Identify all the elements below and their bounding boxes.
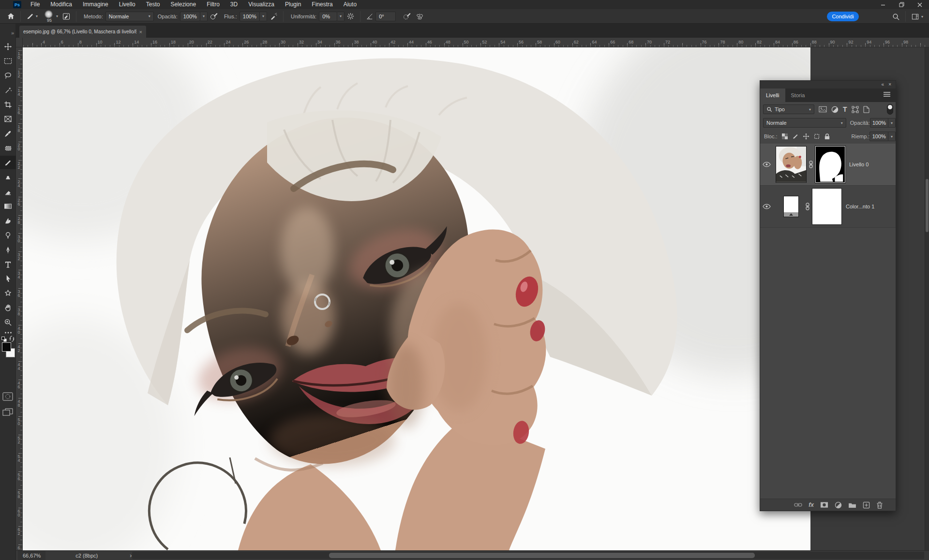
menu-item-filtro[interactable]: Filtro (201, 0, 225, 9)
layer-visibility-toggle[interactable] (760, 204, 773, 209)
tool-smudge[interactable] (0, 214, 16, 227)
flow-chevron[interactable]: ▾ (260, 12, 267, 21)
tool-path-selection[interactable] (0, 272, 16, 285)
layer-thumbnail[interactable] (776, 146, 807, 183)
tool-rectangular-marquee[interactable] (0, 54, 16, 68)
tool-dodge[interactable] (0, 228, 16, 242)
lock-image-icon[interactable] (792, 133, 799, 140)
layer-filter-toggle[interactable] (887, 104, 893, 115)
layer-mask-thumbnail[interactable] (812, 188, 842, 225)
search-icon[interactable] (890, 10, 902, 23)
adjustment-layer-icon[interactable] (835, 501, 842, 509)
menu-item-plugin[interactable]: Plugin (280, 0, 306, 9)
restore-button[interactable] (892, 0, 911, 9)
filter-adjustment-layers-icon[interactable] (831, 106, 839, 113)
panel-menu-icon[interactable] (883, 91, 891, 97)
tool-brush[interactable] (0, 156, 16, 169)
opacity-chevron[interactable]: ▾ (200, 12, 208, 21)
brush-tool-preset-icon[interactable]: ▾ (24, 10, 40, 23)
horizontal-scrollbar[interactable] (132, 552, 924, 559)
menu-item-selezione[interactable]: Selezione (165, 0, 201, 9)
close-window-button[interactable] (911, 0, 929, 9)
layer-name[interactable]: Color...nto 1 (846, 204, 874, 209)
menu-item-modifica[interactable]: Modifica (45, 0, 77, 9)
opacity-value[interactable]: 100% (180, 12, 200, 21)
menu-item-file[interactable]: File (25, 0, 45, 9)
horizontal-ruler[interactable]: 4681012141618202224262830323436384042444… (23, 38, 929, 47)
vertical-ruler[interactable]: 1012141618202224262830323436384042444648… (16, 47, 23, 550)
pressure-opacity-icon[interactable] (208, 10, 220, 23)
blend-mode-dropdown[interactable]: Normale ▾ (105, 12, 154, 21)
home-icon[interactable] (5, 10, 17, 23)
tab-storia[interactable]: Storia (785, 88, 811, 102)
pressure-size-icon[interactable] (401, 10, 413, 23)
menu-item-visualizza[interactable]: Visualizza (243, 0, 280, 9)
tool-crop[interactable] (0, 98, 16, 111)
menu-item-testo[interactable]: Testo (141, 0, 165, 9)
layer-name[interactable]: Livello 0 (849, 162, 869, 167)
lock-transparency-icon[interactable] (781, 133, 788, 140)
add-layer-mask-icon[interactable] (820, 501, 828, 508)
menu-item-3d[interactable]: 3D (225, 0, 243, 9)
tool-frame[interactable] (0, 112, 16, 126)
collapse-panel-icon[interactable]: « (882, 81, 884, 88)
tool-custom-shape[interactable] (0, 286, 16, 300)
foreground-color-swatch[interactable] (2, 342, 11, 352)
brush-settings-panel-icon[interactable] (60, 10, 73, 23)
new-layer-icon[interactable] (863, 501, 870, 509)
swap-colors-icon[interactable] (9, 336, 15, 342)
minimize-button[interactable] (874, 0, 892, 9)
layer-opacity-chevron[interactable]: ▾ (888, 118, 896, 128)
tool-object-selection[interactable] (0, 83, 16, 97)
menu-item-aiuto[interactable]: Aiuto (338, 0, 362, 9)
lock-artboard-icon[interactable] (813, 133, 820, 140)
layer-blend-mode-dropdown[interactable]: Normale ▾ (763, 118, 846, 128)
mask-link-icon[interactable] (807, 161, 815, 168)
filter-pixel-layers-icon[interactable] (819, 106, 827, 113)
share-button[interactable]: Condividi (827, 12, 859, 21)
layer-fill-chevron[interactable]: ▾ (888, 132, 896, 141)
lock-position-icon[interactable] (803, 133, 809, 140)
screen-mode-icon[interactable] (2, 408, 13, 417)
tool-zoom[interactable] (0, 315, 16, 329)
workspace-switcher-icon[interactable]: ▾ (909, 10, 925, 23)
filter-type-layers-icon[interactable]: T (843, 105, 847, 113)
document-tab[interactable]: esempio.jpg @ 66,7% (Livello 0, Maschera… (19, 26, 146, 38)
smoothing-value[interactable]: 0% (319, 12, 337, 21)
gear-icon[interactable] (345, 10, 357, 23)
airbrush-icon[interactable] (267, 10, 280, 23)
new-group-icon[interactable] (848, 502, 856, 508)
layer-mask-thumbnail[interactable] (815, 146, 845, 183)
tool-spot-healing-brush[interactable] (0, 141, 16, 155)
layer-row-color-fill[interactable]: Color...nto 1 (760, 186, 896, 228)
horizontal-scrollbar-thumb[interactable] (329, 553, 755, 558)
tool-clone-stamp[interactable] (0, 170, 16, 184)
menu-item-immagine[interactable]: Immagine (77, 0, 114, 9)
tool-eraser[interactable] (0, 185, 16, 198)
vertical-scrollbar[interactable] (925, 47, 929, 550)
close-panel-icon[interactable]: × (888, 81, 891, 88)
fill-layer-thumbnail[interactable] (783, 196, 799, 217)
layer-opacity-value[interactable]: 100% (870, 118, 888, 128)
delete-layer-icon[interactable] (876, 501, 883, 509)
filter-smart-objects-icon[interactable] (863, 106, 869, 113)
lock-all-icon[interactable] (824, 133, 830, 140)
layer-row-livello-0[interactable]: Livello 0 (760, 144, 896, 186)
layer-fill-value[interactable]: 100% (869, 132, 888, 141)
toolbar-overflow-icon[interactable]: » (11, 30, 14, 36)
layer-styles-icon[interactable]: fx (809, 501, 814, 508)
quick-mask-icon[interactable] (2, 392, 13, 401)
close-tab-icon[interactable]: × (139, 29, 142, 35)
tool-lasso[interactable] (0, 69, 16, 82)
menu-item-finestra[interactable]: Finestra (306, 0, 338, 9)
status-popup-icon[interactable]: › (130, 552, 132, 559)
filter-shape-layers-icon[interactable] (852, 106, 859, 113)
tool-gradient[interactable] (0, 199, 16, 213)
tool-type[interactable] (0, 257, 16, 271)
zoom-level-field[interactable]: 66,67% (18, 551, 45, 560)
tool-move[interactable] (0, 40, 16, 53)
tab-livelli[interactable]: Livelli (760, 88, 785, 102)
brush-preview-chevron[interactable]: ▾ (56, 14, 58, 18)
link-layers-icon[interactable] (794, 502, 802, 507)
mask-link-icon[interactable] (804, 203, 811, 210)
